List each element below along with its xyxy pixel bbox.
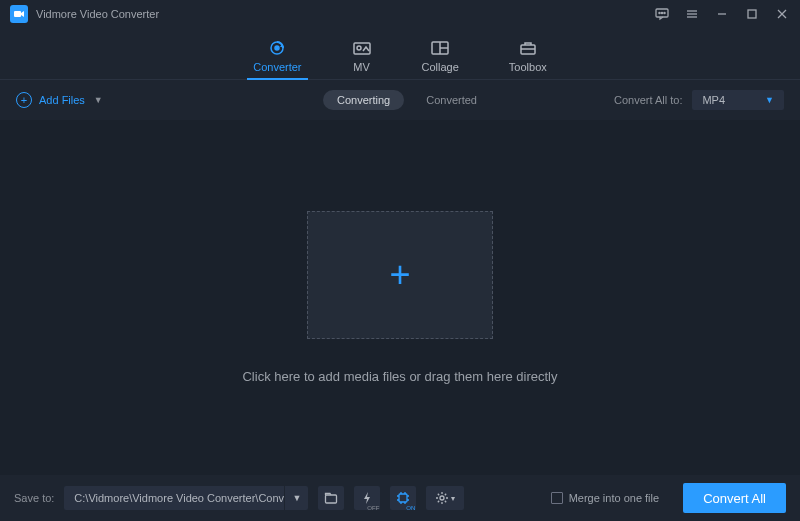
save-to-label: Save to: <box>14 492 54 504</box>
format-value: MP4 <box>702 94 725 106</box>
nav-mv[interactable]: MV <box>352 39 372 79</box>
checkbox-icon <box>551 492 563 504</box>
toolbox-icon <box>518 39 538 57</box>
maximize-icon[interactable] <box>744 6 760 22</box>
tab-converted[interactable]: Converted <box>426 94 477 106</box>
plus-icon: + <box>389 254 410 296</box>
footer: Save to: C:\Vidmore\Vidmore Video Conver… <box>0 475 800 521</box>
sub-tabs: Converting Converted <box>323 90 477 110</box>
drop-hint: Click here to add media files or drag th… <box>242 369 557 384</box>
convert-all-button[interactable]: Convert All <box>683 483 786 513</box>
feedback-icon[interactable] <box>654 6 670 22</box>
svg-rect-9 <box>748 10 756 18</box>
add-files-button[interactable]: + Add Files ▼ <box>16 92 103 108</box>
menu-icon[interactable] <box>684 6 700 22</box>
app-logo-icon <box>10 5 28 23</box>
chevron-down-icon: ▾ <box>451 494 455 503</box>
close-icon[interactable] <box>774 6 790 22</box>
nav-label: Toolbox <box>509 61 547 73</box>
open-folder-button[interactable] <box>318 486 344 510</box>
toolbar: + Add Files ▼ Converting Converted Conve… <box>0 80 800 120</box>
main-area: + Click here to add media files or drag … <box>0 120 800 475</box>
save-path-value: C:\Vidmore\Vidmore Video Converter\Conve… <box>64 492 284 504</box>
minimize-icon[interactable] <box>714 6 730 22</box>
chevron-down-icon[interactable]: ▼ <box>284 486 308 510</box>
nav-label: MV <box>353 61 370 73</box>
svg-point-14 <box>275 46 279 50</box>
plus-circle-icon: + <box>16 92 32 108</box>
main-nav: Converter MV Collage Toolbox <box>0 28 800 80</box>
app-title: Vidmore Video Converter <box>36 8 159 20</box>
gpu-sub-label: ON <box>406 505 415 511</box>
nav-label: Collage <box>422 61 459 73</box>
gpu-button[interactable]: ON <box>390 486 416 510</box>
collage-icon <box>430 39 450 57</box>
tab-converting[interactable]: Converting <box>323 90 404 110</box>
drop-zone[interactable]: + <box>307 211 493 339</box>
convert-all-to: Convert All to: MP4 ▼ <box>614 90 784 110</box>
format-dropdown[interactable]: MP4 ▼ <box>692 90 784 110</box>
svg-point-3 <box>661 12 662 13</box>
chevron-down-icon: ▼ <box>765 95 774 105</box>
convert-all-label: Convert All to: <box>614 94 682 106</box>
chevron-down-icon[interactable]: ▼ <box>94 95 103 105</box>
nav-toolbox[interactable]: Toolbox <box>509 39 547 79</box>
add-files-label: Add Files <box>39 94 85 106</box>
lightning-sub-label: OFF <box>367 505 379 511</box>
svg-rect-22 <box>326 495 337 503</box>
merge-label: Merge into one file <box>569 492 660 504</box>
svg-rect-23 <box>399 494 407 502</box>
mv-icon <box>352 39 372 57</box>
save-path-dropdown[interactable]: C:\Vidmore\Vidmore Video Converter\Conve… <box>64 486 308 510</box>
settings-button[interactable]: ▾ <box>426 486 464 510</box>
svg-point-4 <box>664 12 665 13</box>
nav-converter[interactable]: Converter <box>253 39 301 79</box>
svg-rect-0 <box>14 11 21 17</box>
nav-label: Converter <box>253 61 301 73</box>
lightning-button[interactable]: OFF <box>354 486 380 510</box>
nav-collage[interactable]: Collage <box>422 39 459 79</box>
merge-checkbox[interactable]: Merge into one file <box>551 492 660 504</box>
svg-point-2 <box>659 12 660 13</box>
svg-point-16 <box>357 46 361 50</box>
converter-icon <box>267 39 287 57</box>
svg-point-32 <box>440 496 444 500</box>
convert-all-label: Convert All <box>703 491 766 506</box>
titlebar: Vidmore Video Converter <box>0 0 800 28</box>
